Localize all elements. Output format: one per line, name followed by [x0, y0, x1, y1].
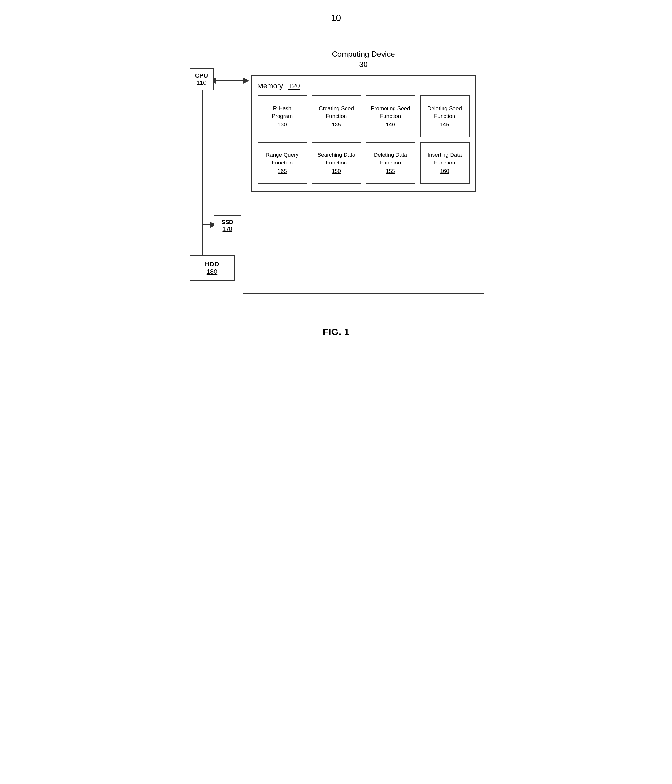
deleting-seed-number: 145	[440, 121, 449, 128]
searching-data-label: Searching Data Function	[316, 151, 357, 167]
device-label: Computing Device	[251, 50, 476, 59]
rhash-number: 130	[278, 121, 287, 128]
deleting-data-label: Deleting Data Function	[370, 151, 411, 167]
inserting-data-function-box: Inserting Data Function 160	[420, 142, 470, 184]
cpu-number: 110	[195, 79, 208, 86]
deleting-data-function-box: Deleting Data Function 155	[366, 142, 416, 184]
memory-number: 120	[288, 82, 300, 90]
diagram-title: 10	[331, 13, 341, 23]
deleting-data-number: 155	[386, 168, 395, 174]
ssd-number: 170	[219, 226, 236, 233]
range-query-number: 165	[278, 168, 287, 174]
hdd-label: HDD	[197, 261, 228, 268]
ssd-label: SSD	[219, 219, 236, 226]
creating-seed-label: Creating Seed Function	[316, 105, 357, 120]
memory-box: Memory 120 R-Hash Program 130 Creating S…	[251, 75, 476, 191]
searching-data-number: 150	[332, 168, 341, 174]
device-number: 30	[251, 60, 476, 69]
memory-label: Memory	[258, 82, 283, 90]
range-query-function-box: Range Query Function 165	[258, 142, 307, 184]
searching-data-function-box: Searching Data Function 150	[312, 142, 361, 184]
deleting-seed-label: Deleting Seed Function	[424, 105, 465, 120]
rhash-box: R-Hash Program 130	[258, 95, 307, 137]
creating-seed-number: 135	[332, 121, 341, 128]
promoting-seed-function-box: Promoting Seed Function 140	[366, 95, 416, 137]
deleting-seed-function-box: Deleting Seed Function 145	[420, 95, 470, 137]
promoting-seed-label: Promoting Seed Function	[370, 105, 411, 120]
promoting-seed-number: 140	[386, 121, 395, 128]
cpu-label: CPU	[195, 72, 208, 79]
range-query-label: Range Query Function	[262, 151, 303, 167]
inserting-data-number: 160	[440, 168, 449, 174]
cpu-box: CPU 110	[189, 68, 214, 90]
hdd-number: 180	[197, 268, 228, 275]
hdd-box: HDD 180	[189, 255, 234, 281]
computing-device-box: Computing Device 30 Memory 120 R-Hash Pr…	[243, 43, 484, 294]
creating-seed-function-box: Creating Seed Function 135	[312, 95, 361, 137]
fig-label: FIG. 1	[323, 327, 349, 338]
ssd-box: SSD 170	[214, 215, 241, 236]
inserting-data-label: Inserting Data Function	[424, 151, 465, 167]
rhash-label: R-Hash Program	[262, 105, 303, 120]
